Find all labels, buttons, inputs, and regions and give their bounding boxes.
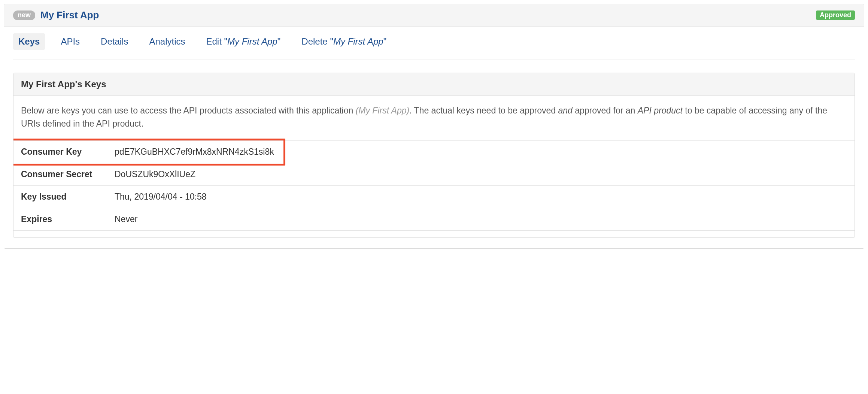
new-badge: new — [13, 10, 35, 20]
row-expires: Expires Never — [13, 208, 855, 231]
keys-panel-title: My First App's Keys — [13, 73, 855, 96]
status-badge: Approved — [816, 10, 855, 20]
tab-bar: Keys APIs Details Analytics Edit "My Fir… — [13, 33, 855, 60]
tab-edit-prefix: Edit " — [206, 36, 227, 46]
keys-table: Consumer Key pdE7KGuBHXC7ef9rMx8xNRN4zkS… — [13, 140, 855, 231]
intro-api-product: API product — [638, 106, 683, 115]
app-title: My First App — [40, 9, 99, 21]
header-left: new My First App — [13, 9, 99, 21]
keys-table-wrap: Consumer Key pdE7KGuBHXC7ef9rMx8xNRN4zkS… — [13, 140, 855, 231]
consumer-key-value-text: pdE7KGuBHXC7ef9rMx8xNRN4zkS1si8k — [115, 147, 274, 157]
tab-edit-name: My First App — [227, 36, 277, 46]
tab-delete[interactable]: Delete "My First App" — [296, 33, 392, 50]
intro-seg-3: approved for an — [573, 106, 638, 115]
tab-delete-suffix: " — [383, 36, 387, 46]
consumer-secret-label: Consumer Secret — [13, 163, 107, 186]
row-key-issued: Key Issued Thu, 2019/04/04 - 10:58 — [13, 186, 855, 208]
key-issued-label: Key Issued — [13, 186, 107, 208]
consumer-key-label: Consumer Key — [13, 141, 107, 163]
tab-apis[interactable]: APIs — [55, 33, 85, 50]
keys-panel: My First App's Keys Below are keys you c… — [13, 73, 855, 238]
page-root: new My First App Approved Keys APIs Deta… — [0, 0, 868, 252]
tab-delete-name: My First App — [333, 36, 383, 46]
expires-label: Expires — [13, 208, 107, 231]
card-header: new My First App Approved — [4, 4, 864, 27]
intro-seg-1: Below are keys you can use to access the… — [21, 106, 356, 115]
expires-value: Never — [107, 208, 855, 231]
consumer-key-value: pdE7KGuBHXC7ef9rMx8xNRN4zkS1si8k — [107, 141, 855, 163]
row-consumer-secret: Consumer Secret DoUSZUk9OxXlIUeZ — [13, 163, 855, 186]
key-issued-value: Thu, 2019/04/04 - 10:58 — [107, 186, 855, 208]
keys-intro-text: Below are keys you can use to access the… — [13, 96, 855, 140]
tab-delete-prefix: Delete " — [301, 36, 333, 46]
tab-analytics[interactable]: Analytics — [144, 33, 190, 50]
consumer-secret-value: DoUSZUk9OxXlIUeZ — [107, 163, 855, 186]
intro-and: and — [558, 106, 572, 115]
tab-edit-suffix: " — [277, 36, 281, 46]
app-card: new My First App Approved Keys APIs Deta… — [4, 4, 864, 249]
tab-edit[interactable]: Edit "My First App" — [201, 33, 286, 50]
intro-seg-2: . The actual keys need to be approved — [409, 106, 558, 115]
card-body: Keys APIs Details Analytics Edit "My Fir… — [4, 27, 864, 248]
tab-keys[interactable]: Keys — [13, 33, 45, 50]
intro-app-name: (My First App) — [356, 106, 410, 115]
row-consumer-key: Consumer Key pdE7KGuBHXC7ef9rMx8xNRN4zkS… — [13, 141, 855, 163]
tab-details[interactable]: Details — [95, 33, 133, 50]
